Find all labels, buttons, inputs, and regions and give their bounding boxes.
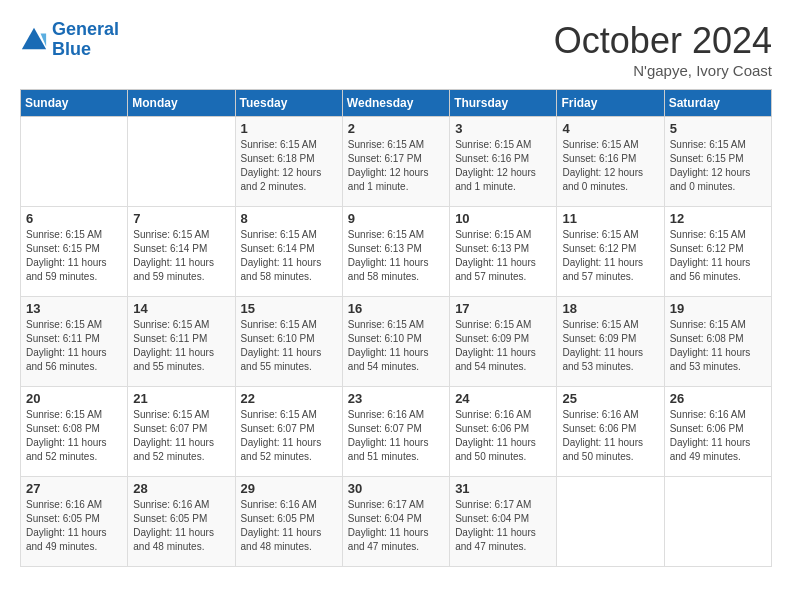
cell-info: Sunrise: 6:16 AM Sunset: 6:06 PM Dayligh… [670, 408, 766, 464]
cell-info: Sunrise: 6:17 AM Sunset: 6:04 PM Dayligh… [348, 498, 444, 554]
cell-info: Sunrise: 6:15 AM Sunset: 6:12 PM Dayligh… [562, 228, 658, 284]
calendar-cell: 25Sunrise: 6:16 AM Sunset: 6:06 PM Dayli… [557, 387, 664, 477]
cell-info: Sunrise: 6:17 AM Sunset: 6:04 PM Dayligh… [455, 498, 551, 554]
calendar-cell: 6Sunrise: 6:15 AM Sunset: 6:15 PM Daylig… [21, 207, 128, 297]
day-number: 19 [670, 301, 766, 316]
day-number: 12 [670, 211, 766, 226]
cell-info: Sunrise: 6:15 AM Sunset: 6:13 PM Dayligh… [455, 228, 551, 284]
logo-general: General [52, 19, 119, 39]
calendar-cell: 11Sunrise: 6:15 AM Sunset: 6:12 PM Dayli… [557, 207, 664, 297]
calendar-cell: 19Sunrise: 6:15 AM Sunset: 6:08 PM Dayli… [664, 297, 771, 387]
calendar-cell: 9Sunrise: 6:15 AM Sunset: 6:13 PM Daylig… [342, 207, 449, 297]
calendar-cell: 7Sunrise: 6:15 AM Sunset: 6:14 PM Daylig… [128, 207, 235, 297]
logo-blue: Blue [52, 40, 119, 60]
calendar-cell: 24Sunrise: 6:16 AM Sunset: 6:06 PM Dayli… [450, 387, 557, 477]
calendar-cell: 1Sunrise: 6:15 AM Sunset: 6:18 PM Daylig… [235, 117, 342, 207]
day-number: 23 [348, 391, 444, 406]
cell-info: Sunrise: 6:15 AM Sunset: 6:18 PM Dayligh… [241, 138, 337, 194]
location: N'gapye, Ivory Coast [554, 62, 772, 79]
cell-info: Sunrise: 6:16 AM Sunset: 6:06 PM Dayligh… [562, 408, 658, 464]
calendar-cell: 13Sunrise: 6:15 AM Sunset: 6:11 PM Dayli… [21, 297, 128, 387]
day-number: 7 [133, 211, 229, 226]
cell-info: Sunrise: 6:15 AM Sunset: 6:14 PM Dayligh… [241, 228, 337, 284]
calendar-week-row: 1Sunrise: 6:15 AM Sunset: 6:18 PM Daylig… [21, 117, 772, 207]
calendar-cell: 10Sunrise: 6:15 AM Sunset: 6:13 PM Dayli… [450, 207, 557, 297]
cell-info: Sunrise: 6:15 AM Sunset: 6:15 PM Dayligh… [670, 138, 766, 194]
calendar-cell: 20Sunrise: 6:15 AM Sunset: 6:08 PM Dayli… [21, 387, 128, 477]
day-number: 28 [133, 481, 229, 496]
day-number: 18 [562, 301, 658, 316]
calendar-cell: 8Sunrise: 6:15 AM Sunset: 6:14 PM Daylig… [235, 207, 342, 297]
day-number: 5 [670, 121, 766, 136]
day-number: 25 [562, 391, 658, 406]
cell-info: Sunrise: 6:15 AM Sunset: 6:11 PM Dayligh… [26, 318, 122, 374]
calendar-cell [664, 477, 771, 567]
cell-info: Sunrise: 6:16 AM Sunset: 6:05 PM Dayligh… [26, 498, 122, 554]
cell-info: Sunrise: 6:15 AM Sunset: 6:12 PM Dayligh… [670, 228, 766, 284]
cell-info: Sunrise: 6:15 AM Sunset: 6:10 PM Dayligh… [241, 318, 337, 374]
calendar-cell: 21Sunrise: 6:15 AM Sunset: 6:07 PM Dayli… [128, 387, 235, 477]
calendar-week-row: 13Sunrise: 6:15 AM Sunset: 6:11 PM Dayli… [21, 297, 772, 387]
cell-info: Sunrise: 6:16 AM Sunset: 6:05 PM Dayligh… [133, 498, 229, 554]
day-number: 1 [241, 121, 337, 136]
calendar-cell [21, 117, 128, 207]
logo: General Blue [20, 20, 119, 60]
day-number: 24 [455, 391, 551, 406]
cell-info: Sunrise: 6:15 AM Sunset: 6:09 PM Dayligh… [562, 318, 658, 374]
calendar-week-row: 27Sunrise: 6:16 AM Sunset: 6:05 PM Dayli… [21, 477, 772, 567]
calendar-cell: 2Sunrise: 6:15 AM Sunset: 6:17 PM Daylig… [342, 117, 449, 207]
cell-info: Sunrise: 6:15 AM Sunset: 6:17 PM Dayligh… [348, 138, 444, 194]
header-day: Sunday [21, 90, 128, 117]
header-day: Thursday [450, 90, 557, 117]
calendar-cell: 15Sunrise: 6:15 AM Sunset: 6:10 PM Dayli… [235, 297, 342, 387]
calendar-cell: 28Sunrise: 6:16 AM Sunset: 6:05 PM Dayli… [128, 477, 235, 567]
calendar-cell [128, 117, 235, 207]
day-number: 30 [348, 481, 444, 496]
page-header: General Blue October 2024 N'gapye, Ivory… [20, 20, 772, 79]
calendar-cell: 5Sunrise: 6:15 AM Sunset: 6:15 PM Daylig… [664, 117, 771, 207]
calendar-cell: 17Sunrise: 6:15 AM Sunset: 6:09 PM Dayli… [450, 297, 557, 387]
cell-info: Sunrise: 6:15 AM Sunset: 6:08 PM Dayligh… [670, 318, 766, 374]
header-day: Tuesday [235, 90, 342, 117]
calendar-cell: 14Sunrise: 6:15 AM Sunset: 6:11 PM Dayli… [128, 297, 235, 387]
svg-marker-0 [22, 28, 46, 49]
day-number: 27 [26, 481, 122, 496]
day-number: 10 [455, 211, 551, 226]
header-row: SundayMondayTuesdayWednesdayThursdayFrid… [21, 90, 772, 117]
day-number: 26 [670, 391, 766, 406]
day-number: 9 [348, 211, 444, 226]
cell-info: Sunrise: 6:15 AM Sunset: 6:10 PM Dayligh… [348, 318, 444, 374]
calendar-cell: 27Sunrise: 6:16 AM Sunset: 6:05 PM Dayli… [21, 477, 128, 567]
calendar-cell: 12Sunrise: 6:15 AM Sunset: 6:12 PM Dayli… [664, 207, 771, 297]
header-day: Wednesday [342, 90, 449, 117]
day-number: 17 [455, 301, 551, 316]
day-number: 3 [455, 121, 551, 136]
cell-info: Sunrise: 6:15 AM Sunset: 6:15 PM Dayligh… [26, 228, 122, 284]
cell-info: Sunrise: 6:15 AM Sunset: 6:14 PM Dayligh… [133, 228, 229, 284]
cell-info: Sunrise: 6:15 AM Sunset: 6:16 PM Dayligh… [562, 138, 658, 194]
day-number: 8 [241, 211, 337, 226]
calendar-cell: 3Sunrise: 6:15 AM Sunset: 6:16 PM Daylig… [450, 117, 557, 207]
calendar-cell: 4Sunrise: 6:15 AM Sunset: 6:16 PM Daylig… [557, 117, 664, 207]
calendar-cell: 26Sunrise: 6:16 AM Sunset: 6:06 PM Dayli… [664, 387, 771, 477]
cell-info: Sunrise: 6:16 AM Sunset: 6:07 PM Dayligh… [348, 408, 444, 464]
calendar-week-row: 20Sunrise: 6:15 AM Sunset: 6:08 PM Dayli… [21, 387, 772, 477]
day-number: 13 [26, 301, 122, 316]
day-number: 29 [241, 481, 337, 496]
day-number: 14 [133, 301, 229, 316]
day-number: 11 [562, 211, 658, 226]
calendar-cell: 22Sunrise: 6:15 AM Sunset: 6:07 PM Dayli… [235, 387, 342, 477]
logo-icon [20, 26, 48, 54]
calendar-cell [557, 477, 664, 567]
day-number: 21 [133, 391, 229, 406]
day-number: 22 [241, 391, 337, 406]
day-number: 16 [348, 301, 444, 316]
day-number: 15 [241, 301, 337, 316]
day-number: 4 [562, 121, 658, 136]
calendar-cell: 23Sunrise: 6:16 AM Sunset: 6:07 PM Dayli… [342, 387, 449, 477]
header-day: Saturday [664, 90, 771, 117]
cell-info: Sunrise: 6:15 AM Sunset: 6:13 PM Dayligh… [348, 228, 444, 284]
title-block: October 2024 N'gapye, Ivory Coast [554, 20, 772, 79]
cell-info: Sunrise: 6:15 AM Sunset: 6:11 PM Dayligh… [133, 318, 229, 374]
calendar-week-row: 6Sunrise: 6:15 AM Sunset: 6:15 PM Daylig… [21, 207, 772, 297]
